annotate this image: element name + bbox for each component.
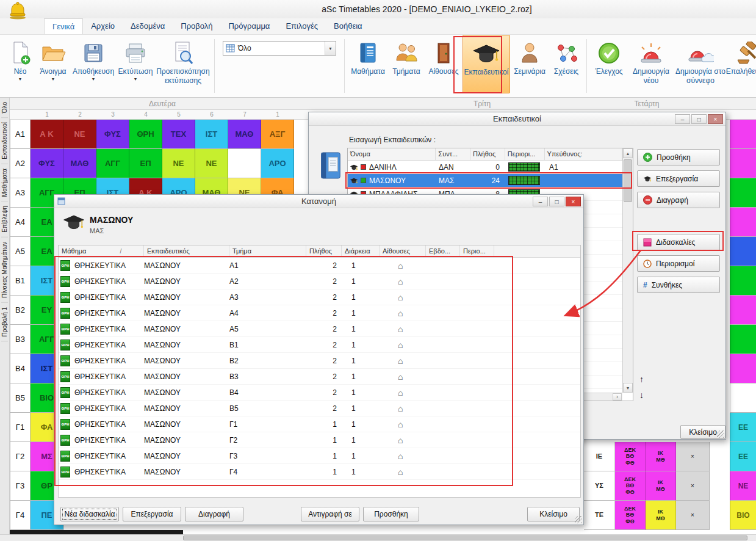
timetable-cell[interactable]: Α Κ — [31, 120, 63, 149]
lesson-row[interactable]: ΘΡΗΘΡΗΣΚΕΥΤΙΚΑΜΑΣΩΝΟΥΓ111⌂ — [59, 416, 580, 432]
timetable-cell[interactable]: ΙΚΜΘ — [646, 501, 676, 530]
view-tab-teachers[interactable]: Εκπαιδευτικοί — [1, 118, 8, 164]
timetable-cell[interactable]: ΑΡΟ — [261, 149, 294, 178]
timetable-cell[interactable] — [228, 149, 261, 178]
timetable-cell[interactable]: ΕΠ — [129, 149, 162, 178]
column-header[interactable]: Αίθουσες — [380, 245, 426, 257]
distribution-dialog-titlebar[interactable]: Κατανομή – □ × — [54, 195, 583, 208]
menu-item-file[interactable]: Αρχείο — [83, 18, 123, 34]
delete-teacher-button[interactable]: Διαγραφή — [637, 192, 720, 208]
scrollbar-thumb[interactable] — [183, 536, 747, 540]
column-header[interactable]: Πλήθος — [306, 245, 342, 257]
add-lesson-button[interactable]: Προσθήκη — [363, 507, 419, 521]
copy-to-button[interactable]: Αντιγραφή σε — [301, 507, 359, 521]
column-header[interactable]: Υπεύθυνος: — [545, 148, 622, 160]
toolbar-button-open[interactable]: Άνοιγμα▼ — [35, 35, 71, 93]
toolbar-button-seminars[interactable]: Σεμινάρια — [510, 35, 549, 93]
lesson-row[interactable]: ΘΡΗΘΡΗΣΚΕΥΤΙΚΑΜΑΣΩΝΟΥB521⌂ — [59, 401, 580, 416]
timetable-cell[interactable]: ΝΕ — [162, 149, 195, 178]
timetable-cell[interactable]: ΜΑΘ — [63, 149, 96, 178]
new-lesson-button[interactable]: Νέα διδασκαλία — [60, 507, 119, 521]
menu-item-help[interactable]: Βοήθεια — [326, 18, 370, 34]
timetable-cell[interactable]: ΕΕ — [730, 413, 756, 442]
timetable-cell[interactable]: × — [676, 471, 710, 501]
timetable-cell[interactable] — [730, 149, 756, 178]
column-header[interactable]: Εβδο... — [426, 245, 460, 257]
column-header[interactable]: Τμήμα — [229, 245, 306, 257]
minimize-icon[interactable]: – — [533, 197, 548, 206]
timetable-cell[interactable]: ΥΣ — [584, 471, 615, 501]
delete-lesson-button[interactable]: Διαγραφή — [185, 507, 243, 521]
timetable-cell[interactable]: ΙΣΤ — [195, 120, 228, 149]
toolbar-button-print[interactable]: Εκτύπωση▼ — [116, 35, 155, 93]
teacher-row[interactable]: ΔΑΝΙΗΛΔΑΝ0A1 — [348, 161, 622, 174]
menu-item-data[interactable]: Δεδομένα — [123, 18, 173, 34]
distribution-close-button[interactable]: Κλείσιμο — [527, 507, 580, 521]
minimize-icon[interactable]: – — [675, 114, 690, 124]
timetable-cell[interactable]: ΙΕ — [584, 442, 615, 471]
teachers-table-scrollbar[interactable]: ▲ ▼ — [622, 148, 633, 393]
toolbar-button-check[interactable]: Έλεγχος — [590, 35, 628, 93]
timetable-cell[interactable] — [730, 120, 756, 149]
timetable-cell[interactable]: ΔΕΚΒΘΦΘ — [615, 442, 646, 471]
timetable-cell[interactable] — [730, 178, 756, 208]
move-down-button[interactable]: ↓ — [639, 390, 644, 400]
lesson-row[interactable]: ΘΡΗΘΡΗΣΚΕΥΤΙΚΑΜΑΣΩΝΟΥΓ411⌂ — [59, 464, 580, 480]
toolbar-button-new[interactable]: Νέο▼ — [5, 35, 35, 93]
timetable-cell[interactable]: ΝΕ — [63, 120, 96, 149]
close-icon[interactable]: × — [566, 197, 581, 206]
scrollbar-thumb[interactable] — [624, 159, 632, 202]
timetable-cell[interactable] — [730, 354, 756, 383]
timetable-cell[interactable]: ΦΥΣ — [31, 149, 63, 178]
move-up-button[interactable]: ↑ — [639, 374, 644, 384]
column-header[interactable]: Περιο... — [460, 245, 494, 257]
timetable-cell[interactable]: ΝΕ — [195, 149, 228, 178]
maximize-icon[interactable]: □ — [691, 114, 707, 124]
timetable-cell[interactable]: ΑΓΓ — [96, 149, 129, 178]
column-header[interactable]: Όνομα — [348, 148, 436, 160]
toolbar-button-relations[interactable]: Σχέσεις — [549, 35, 583, 93]
maximize-icon[interactable]: □ — [549, 197, 564, 206]
timetable-cell[interactable]: ΦΥΣ — [96, 120, 129, 149]
menu-item-schedule[interactable]: Πρόγραμμα — [220, 18, 278, 34]
toolbar-button-verification[interactable]: Επαλήθευση — [727, 35, 756, 93]
timetable-cell[interactable]: ΤΕ — [584, 501, 615, 530]
lesson-row[interactable]: ΘΡΗΘΡΗΣΚΕΥΤΙΚΑΜΑΣΩΝΟΥB421⌂ — [59, 385, 580, 401]
timetable-cell[interactable]: × — [676, 501, 710, 530]
add-teacher-button[interactable]: Προσθήκη — [637, 149, 720, 165]
timetable-cell[interactable]: ΤΕΧ — [162, 120, 195, 149]
toolbar-button-generate-cloud[interactable]: Δημιουργία στο σύννεφο — [674, 35, 727, 93]
scroll-up-icon[interactable]: ▲ — [623, 148, 633, 158]
menu-item-view[interactable]: Προβολή — [173, 18, 220, 34]
resize-grip[interactable] — [717, 430, 724, 438]
timetable-cell[interactable] — [730, 237, 756, 266]
lesson-row[interactable]: ΘΡΗΘΡΗΣΚΕΥΤΙΚΑΜΑΣΩΝΟΥA521⌂ — [59, 321, 580, 337]
chevron-down-icon[interactable]: ▼ — [325, 42, 336, 55]
view-tab-subjects[interactable]: Μαθήματα — [1, 164, 8, 202]
horizontal-scrollbar[interactable] — [0, 534, 756, 541]
timetable-cell[interactable] — [730, 296, 756, 325]
lesson-row[interactable]: ΘΡΗΘΡΗΣΚΕΥΤΙΚΑΜΑΣΩΝΟΥA421⌂ — [59, 305, 580, 321]
view-tab-supervision[interactable]: Επίβλεψη — [1, 202, 8, 238]
menu-item-general[interactable]: Γενικά — [44, 18, 83, 34]
constraints-button[interactable]: Περιορισμοί — [637, 255, 720, 272]
lesson-row[interactable]: ΘΡΗΘΡΗΣΚΕΥΤΙΚΑΜΑΣΩΝΟΥΓ311⌂ — [59, 448, 580, 464]
lesson-row[interactable]: ΘΡΗΘΡΗΣΚΕΥΤΙΚΑΜΑΣΩΝΟΥB221⌂ — [59, 353, 580, 369]
column-header[interactable]: Περιορι... — [505, 148, 545, 160]
toolbar-button-classes[interactable]: Τμήματα — [388, 35, 425, 93]
column-header[interactable]: Μάθημα/ — [59, 245, 144, 257]
timetable-cell[interactable] — [730, 266, 756, 296]
timetable-cell[interactable]: ΘΡΗ — [129, 120, 162, 149]
resize-grip[interactable] — [575, 516, 582, 523]
column-header[interactable]: Εκπαιδευτικός — [144, 245, 229, 257]
view-tab-all[interactable]: Όλο — [1, 98, 8, 118]
timetable-cell[interactable]: ΔΕΚΒΘΦΘ — [615, 501, 646, 530]
view-selector-dropdown[interactable]: Όλο▼ — [223, 41, 336, 56]
lesson-row[interactable]: ΘΡΗΘΡΗΣΚΕΥΤΙΚΑΜΑΣΩΝΟΥA221⌂ — [59, 274, 580, 289]
timetable-cell[interactable]: ΜΑΘ — [228, 120, 261, 149]
timetable-cell[interactable] — [730, 208, 756, 237]
timetable-cell[interactable]: ΑΞΓ — [261, 120, 294, 149]
timetable-cell[interactable]: ΔΕΚΒΘΦΘ — [615, 471, 646, 501]
timetable-cell[interactable] — [730, 325, 756, 354]
timetable-cell[interactable]: × — [676, 442, 710, 471]
